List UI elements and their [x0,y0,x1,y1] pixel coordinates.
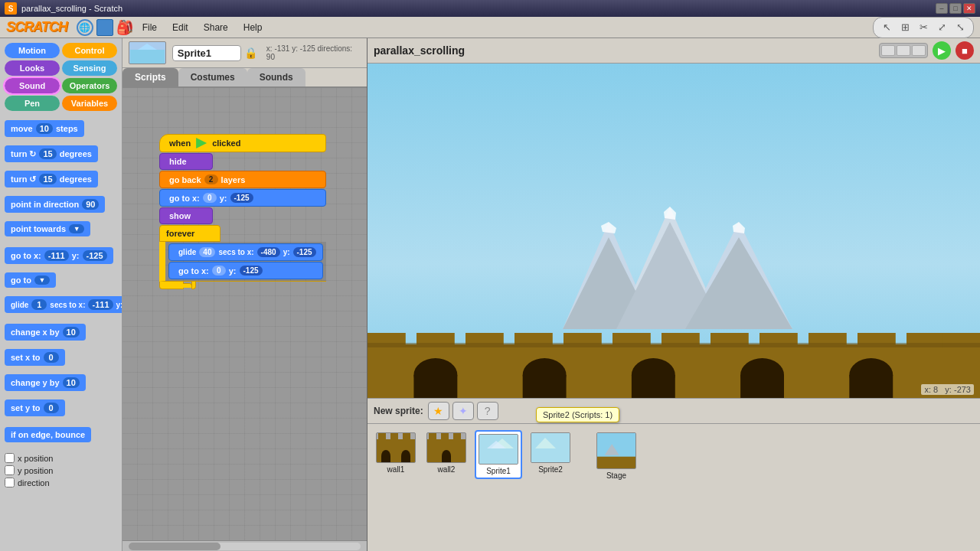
sprite-thumb-sprite2 [531,432,570,463]
dir-checkbox-row: direction [5,478,117,487]
sprite-item-sprite2[interactable]: Sprite2 Sprite2 (Scripts: 1) [528,430,573,476]
green-flag-button[interactable]: ▶ [933,41,951,60]
stage-header: parallax_scrolling ▶ ■ [368,38,980,64]
block-move[interactable]: move 10 steps [5,120,84,137]
block-point-direction[interactable]: point in direction 90 [5,196,105,213]
cat-pen[interactable]: Pen [5,96,60,111]
cat-motion[interactable]: Motion [5,43,60,58]
cat-sensing[interactable]: Sensing [62,60,117,76]
scripts-scrollbar[interactable] [122,540,367,551]
normal-stage-btn[interactable] [897,45,910,56]
duplicate-tool[interactable]: ⊞ [897,19,913,36]
sprite-thumb-sprite1 [479,434,518,465]
sprites-list: wall1 [368,424,980,488]
shrink-tool[interactable]: ⤡ [952,19,969,36]
block-forever[interactable]: forever glide 40 secs to x: -480 y: -125 [159,225,326,289]
sprites-header: New sprite: ★ ✦ ? [368,399,980,424]
globe-button[interactable]: 🌐 [77,19,93,36]
xpos-checkbox-row: x position [5,453,117,463]
grow-tool[interactable]: ⤢ [933,19,950,36]
large-stage-btn[interactable] [912,45,926,56]
svg-rect-30 [632,375,675,398]
block-turn-ccw[interactable]: turn ↺ 15 degrees [5,171,98,187]
scripts-canvas[interactable]: when clicked hide go back 2 layers [122,88,367,540]
sprite-item-stage[interactable]: Stage [594,430,639,482]
svg-rect-38 [390,433,398,442]
block-change-x[interactable]: change x by 10 [5,324,86,341]
sprite-item-wall2[interactable]: wall2 [424,430,469,476]
sprite-coords: x: -131 y: -125 directions: 90 [266,44,361,61]
sprite-name-input[interactable] [172,45,241,61]
scrollbar-thumb[interactable] [129,543,220,550]
sprite-label-wall2: wall2 [438,465,456,474]
sprite-item-wall1[interactable]: wall1 [374,430,418,476]
sprite-thumbnail [129,41,166,64]
sprite-thumb-stage [596,432,636,469]
sprite-thumb-wall1 [376,432,416,463]
xpos-checkbox[interactable] [5,453,15,463]
sprite-label-sprite1: Sprite1 [486,467,511,475]
maximize-button[interactable]: □ [949,3,962,14]
ypos-checkbox[interactable] [5,465,15,475]
block-glide[interactable]: glide 1 secs to x: -111 y: -125 [5,296,122,313]
xpos-label: x position [18,454,53,463]
block-hide[interactable]: hide [159,153,213,170]
cat-variables[interactable]: Variables [62,96,117,111]
title-text: parallax_scrolling - Scratch [21,4,931,13]
random-sprite-btn[interactable]: ✦ [452,402,474,420]
block-goback[interactable]: go back 2 layers [159,171,326,188]
block-set-x[interactable]: set x to 0 [5,349,65,366]
cat-looks[interactable]: Looks [5,60,60,76]
cat-sound[interactable]: Sound [5,78,60,93]
tab-sounds[interactable]: Sounds [247,68,305,86]
flag-icon [196,138,207,148]
minimize-button[interactable]: – [936,3,948,14]
stage-title: parallax_scrolling [374,44,465,57]
block-goto-xy[interactable]: go to x: -111 y: -125 [5,247,113,264]
bag-icon[interactable]: 🎒 [116,19,133,36]
block-point-towards[interactable]: point towards ▼ [5,221,90,236]
share-menu[interactable]: Share [198,21,234,34]
edit-menu[interactable]: Edit [166,21,194,34]
save-button[interactable] [96,19,113,36]
cat-operators[interactable]: Operators [62,78,117,93]
stop-button[interactable]: ■ [956,41,974,60]
block-set-y[interactable]: set y to 0 [5,399,65,416]
svg-marker-10 [733,222,745,233]
tab-costumes[interactable]: Costumes [178,68,247,86]
ypos-label: y position [18,466,53,475]
block-goto2[interactable]: go to x: 0 y: -125 [168,262,323,279]
sprite-item-sprite1[interactable]: Sprite1 [475,430,522,479]
upload-sprite-btn[interactable]: ? [477,402,498,420]
dir-checkbox[interactable] [5,478,15,487]
stage-label: Stage [606,471,626,480]
block-show[interactable]: show [159,207,213,224]
block-goto-sprite[interactable]: go to ▼ [5,272,56,288]
svg-rect-47 [453,433,461,442]
svg-rect-41 [381,456,390,462]
block-turn-cw[interactable]: turn ↻ 15 degrees [5,145,98,162]
block-goto-xy[interactable]: go to x: 0 y: -125 [159,189,326,207]
stage-controls: ▶ ■ [879,41,974,60]
main-area: Motion Control Looks Sensing Sound Opera… [0,38,980,551]
new-sprite-buttons: ★ ✦ ? [428,402,498,420]
svg-marker-9 [664,207,676,220]
svg-rect-45 [429,433,436,442]
delete-tool[interactable]: ✂ [915,19,932,36]
cat-control[interactable]: Control [62,43,117,58]
svg-rect-26 [413,375,457,398]
file-menu[interactable]: File [136,21,163,34]
block-bounce[interactable]: if on edge, bounce [5,427,91,442]
paint-sprite-btn[interactable]: ★ [428,402,449,420]
close-button[interactable]: ✕ [963,3,975,14]
cursor-tool[interactable]: ↖ [878,19,895,36]
script-main: when clicked hide go back 2 layers [159,134,326,289]
titlebar: S parallax_scrolling - Scratch – □ ✕ [0,0,980,17]
tab-scripts[interactable]: Scripts [122,68,178,86]
block-glide-long[interactable]: glide 40 secs to x: -480 y: -125 [168,243,323,261]
sprite2-tooltip: Sprite2 (Scripts: 1) [536,407,619,422]
block-when-clicked[interactable]: when clicked [159,134,326,152]
block-change-y[interactable]: change y by 10 [5,374,86,391]
help-menu[interactable]: Help [237,21,269,34]
small-stage-btn[interactable] [881,45,895,56]
